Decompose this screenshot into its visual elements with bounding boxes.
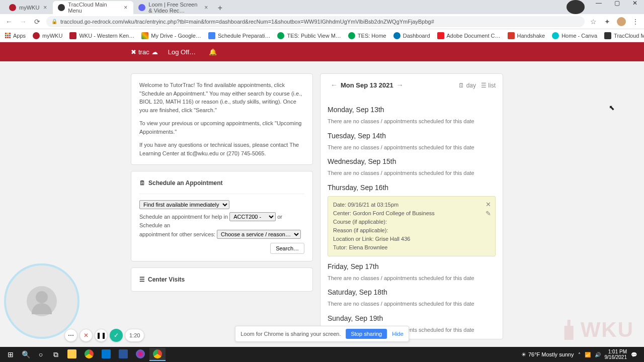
- welcome-text: If you have any questions or technical i…: [139, 141, 304, 157]
- reload-button[interactable]: ⟳: [32, 17, 42, 27]
- taskbar-app-chrome-active[interactable]: [149, 348, 166, 361]
- tower-icon: [561, 320, 577, 340]
- start-button[interactable]: ⊞: [3, 347, 18, 362]
- day-heading: Thursday, Sep 16th: [328, 183, 496, 193]
- tab-title: TracCloud Main Menu: [68, 2, 120, 14]
- url-input[interactable]: 🔒 traccloud.go-redrock.com/wku/trac/entr…: [46, 16, 585, 27]
- back-button[interactable]: ←: [4, 17, 14, 27]
- bookmark-handshake[interactable]: Handshake: [508, 32, 545, 39]
- appointment-card[interactable]: ✕ ✎ Date: 09/16/21 at 03:15pm Center: Go…: [328, 196, 496, 256]
- bookmark-canva[interactable]: Home - Canva: [552, 32, 597, 39]
- tray-network-icon[interactable]: 📶: [585, 352, 591, 357]
- bookmark-wku[interactable]: WKU - Western Ken…: [69, 32, 134, 39]
- favicon: [58, 4, 65, 11]
- logoff-link[interactable]: Log Off…: [168, 48, 196, 56]
- menu-icon[interactable]: ⋮: [631, 17, 640, 26]
- appt-tutor: Tutor: Elena Brownlee: [333, 243, 490, 252]
- bookmark-adobe[interactable]: Adobe Document C…: [437, 32, 501, 39]
- day-empty-text: There are no classes / appointments sche…: [328, 169, 496, 177]
- loom-indicator-icon[interactable]: [567, 0, 585, 14]
- tab-mywku[interactable]: myWKU ×: [4, 1, 53, 14]
- system-tray: ☀ 76°F Mostly sunny ˄ 📶 🔊 1:01 PM 9/16/2…: [521, 349, 641, 360]
- tab-title: myWKU: [19, 5, 39, 11]
- bookmark-drive[interactable]: My Drive - Google…: [141, 32, 201, 39]
- taskbar-app-misc[interactable]: [132, 348, 148, 361]
- notifications-icon[interactable]: 💬: [631, 352, 637, 357]
- bell-icon[interactable]: 🔔: [209, 48, 217, 56]
- main-content: Welcome to TutorTrac! To find available …: [0, 61, 644, 339]
- taskbar-app-explorer[interactable]: [64, 348, 80, 361]
- appt-edit-icon[interactable]: ✎: [486, 209, 491, 219]
- appt-location: Location or Link: Grise Hall 436: [333, 235, 490, 243]
- taskbar-app-chrome[interactable]: [81, 348, 97, 361]
- close-icon[interactable]: ×: [203, 4, 209, 11]
- url-text: traccloud.go-redrock.com/wku/trac/entryi…: [60, 19, 434, 25]
- schedule-title: 🗓Schedule an Appointment: [139, 178, 304, 188]
- bookmark-mywku[interactable]: myWKU: [33, 32, 62, 39]
- day-heading: Tuesday, Sep 14th: [328, 131, 496, 141]
- browser-tabstrip: myWKU × TracCloud Main Menu × Loom | Fre…: [0, 0, 644, 14]
- search-button[interactable]: 🔍: [18, 347, 33, 362]
- loom-cancel-button[interactable]: ✕: [79, 329, 93, 342]
- tray-chevron-icon[interactable]: ˄: [578, 352, 581, 357]
- stop-sharing-button[interactable]: Stop sharing: [346, 329, 387, 339]
- cortana-button[interactable]: ○: [33, 347, 48, 362]
- taskbar-app-outlook[interactable]: [98, 348, 114, 361]
- forward-button[interactable]: →: [18, 17, 28, 27]
- bookmark-traccloud[interactable]: TracCloud Main Me…: [604, 32, 644, 39]
- tab-title: Loom | Free Screen & Video Rec…: [148, 2, 200, 14]
- welcome-text: Welcome to TutorTrac! To find available …: [139, 81, 304, 114]
- find-first-select[interactable]: Find first available immediately: [139, 200, 229, 209]
- new-tab-button[interactable]: +: [214, 2, 226, 14]
- bookmark-schedule[interactable]: Schedule Preparati…: [208, 32, 271, 39]
- star-icon[interactable]: ☆: [589, 17, 598, 26]
- day-heading: Wednesday, Sep 15th: [328, 156, 496, 167]
- loom-done-button[interactable]: ✓: [110, 329, 123, 342]
- loom-more-button[interactable]: ⋯: [64, 329, 77, 342]
- day-view-button[interactable]: 🗓 day: [458, 81, 476, 90]
- extensions-icon[interactable]: ✦: [603, 17, 612, 26]
- bookmark-tes-public[interactable]: TES: Public View M…: [277, 32, 341, 39]
- trac-logo[interactable]: ✖ trac☁: [131, 48, 158, 56]
- windows-taskbar: ⊞ 🔍 ○ ⧉ ☀ 76°F Mostly sunny ˄ 📶 🔊 1:01 P…: [0, 347, 644, 362]
- bookmarks-bar: Apps myWKU WKU - Western Ken… My Drive -…: [0, 29, 644, 42]
- center-visits-card: ☰Center Visits: [131, 267, 313, 292]
- day-empty-text: There are no classes / appointments sche…: [328, 143, 496, 152]
- loom-pause-button[interactable]: ❚❚: [95, 329, 108, 342]
- clock[interactable]: 1:01 PM 9/16/2021: [605, 349, 627, 360]
- course-select[interactable]: ACCT200 -: [229, 212, 276, 221]
- bookmark-tes-home[interactable]: TES: Home: [348, 32, 386, 39]
- wku-watermark: WKU: [561, 318, 634, 342]
- tray-volume-icon[interactable]: 🔊: [595, 352, 601, 357]
- tab-traccloud[interactable]: TracCloud Main Menu ×: [53, 1, 133, 14]
- tab-loom[interactable]: Loom | Free Screen & Video Rec… ×: [133, 1, 214, 14]
- search-button[interactable]: Search…: [270, 243, 304, 254]
- close-window-button[interactable]: ✕: [626, 0, 644, 10]
- mouse-cursor-icon: ⬉: [609, 104, 615, 112]
- schedule-card: 🗓Schedule an Appointment Find first avai…: [131, 171, 313, 261]
- maximize-button[interactable]: ▢: [608, 0, 626, 10]
- day-heading: Sunday, Sep 19th: [328, 313, 496, 324]
- taskbar-app-word[interactable]: [115, 348, 131, 361]
- prev-day-button[interactable]: ←: [328, 80, 341, 90]
- appt-center: Center: Gordon Ford College of Business: [333, 209, 490, 218]
- task-view-button[interactable]: ⧉: [48, 347, 63, 362]
- calendar-icon: 🗓: [139, 178, 145, 188]
- day-heading: Saturday, Sep 18th: [328, 287, 496, 298]
- day-heading: Friday, Sep 17th: [328, 261, 496, 272]
- loom-camera-bubble[interactable]: [4, 263, 79, 339]
- weather-widget[interactable]: ☀ 76°F Mostly sunny: [521, 351, 574, 358]
- service-select[interactable]: Choose a service / reason…: [217, 230, 301, 239]
- welcome-card: Welcome to TutorTrac! To find available …: [131, 73, 313, 165]
- list-view-button[interactable]: ☰ list: [481, 81, 496, 90]
- bookmark-dashboard[interactable]: Dashboard: [393, 32, 430, 39]
- profile-avatar[interactable]: [617, 17, 626, 26]
- next-day-button[interactable]: →: [393, 80, 407, 90]
- day-empty-text: There are no classes / appointments sche…: [328, 274, 496, 283]
- close-icon[interactable]: ×: [123, 4, 128, 11]
- close-icon[interactable]: ×: [42, 4, 48, 11]
- hide-bar-button[interactable]: Hide: [392, 331, 404, 337]
- apps-button[interactable]: Apps: [5, 33, 26, 39]
- minimize-button[interactable]: —: [590, 0, 608, 10]
- share-message: Loom for Chrome is sharing your screen.: [240, 331, 341, 337]
